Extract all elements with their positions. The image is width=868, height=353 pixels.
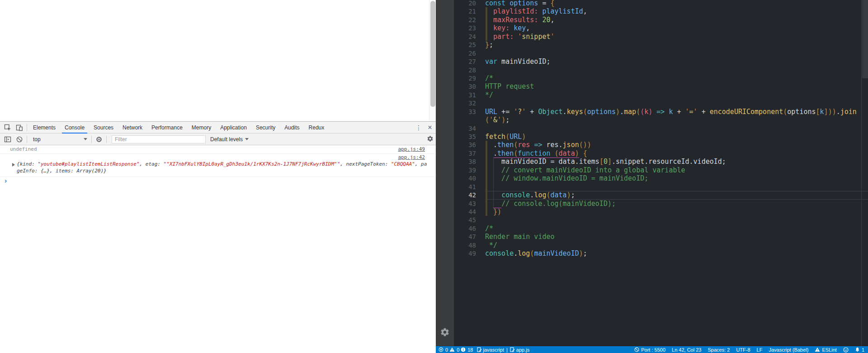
token: kind <box>20 161 32 167</box>
console-undefined-value: undefined <box>10 146 37 152</box>
line-number: 29 <box>454 74 476 82</box>
console-prompt[interactable]: › <box>0 177 436 186</box>
code-line-33: 33URL += '?' + Object.keys(options).map(… <box>454 108 868 116</box>
token: , <box>140 161 146 167</box>
code-line-44: 44 }) <box>454 208 868 216</box>
code-line-41: 41 <box>454 183 868 191</box>
line-number: 32 <box>454 99 476 107</box>
eslint-status[interactable]: ESLint <box>815 347 836 353</box>
tab-security[interactable]: Security <box>251 122 280 134</box>
token: encodeURIComponent <box>710 108 783 116</box>
token: "youtube#playlistItemListResponse" <box>38 161 139 167</box>
token: ( <box>555 149 559 158</box>
token: ) <box>522 133 526 141</box>
token: items <box>56 168 71 174</box>
object-preview-line1: {kind: "youtube#playlistItemListResponse… <box>17 161 425 167</box>
line-content: .then(function (data) { <box>485 149 868 157</box>
notifications-bell[interactable]: 1 <box>855 347 864 353</box>
token: ) <box>567 191 571 199</box>
token: ) <box>648 108 652 116</box>
token: : <box>32 161 38 167</box>
editor-scrollbar-thumb[interactable] <box>862 0 868 78</box>
context-selector[interactable]: top <box>30 136 90 143</box>
file-edit-icon <box>510 347 515 352</box>
token <box>493 200 501 208</box>
cursor-position[interactable]: Ln 42, Col 23 <box>672 347 701 353</box>
line-content: const options = { <box>485 0 868 7</box>
source-link[interactable]: app.js:42 <box>398 155 425 160</box>
problems-infos[interactable]: 18 <box>461 347 473 353</box>
token: URL <box>485 108 497 116</box>
line-content: HTTP request <box>485 82 868 91</box>
token: . <box>514 249 518 258</box>
console-settings-gear-icon[interactable] <box>427 135 434 143</box>
tab-performance[interactable]: Performance <box>147 122 187 134</box>
log-levels-dropdown[interactable]: Default levels <box>210 136 251 143</box>
line-content: /* <box>485 74 868 82</box>
console-sidebar-icon[interactable] <box>2 134 14 145</box>
token: { <box>551 0 555 7</box>
line-content: URL += '?' + Object.keys(options).map((k… <box>485 108 868 116</box>
encoding-setting[interactable]: UTF-8 <box>736 347 750 353</box>
token: ? <box>518 108 522 116</box>
token: Array(20) <box>76 168 104 174</box>
tab-redux[interactable]: Redux <box>304 122 329 134</box>
live-server-port[interactable]: Port : 5500 <box>634 347 665 353</box>
token: } <box>493 208 497 216</box>
tab-network[interactable]: Network <box>118 122 147 134</box>
token: then <box>497 141 514 149</box>
token: . <box>620 108 624 116</box>
screen: ElementsConsoleSourcesNetworkPerformance… <box>0 0 868 353</box>
source-link[interactable]: app.js:49 <box>398 145 425 153</box>
tab-elements[interactable]: Elements <box>28 122 60 134</box>
tab-console[interactable]: Console <box>60 122 89 134</box>
console-message-object[interactable]: app.js:42 {kind: "youtube#playlistItemLi… <box>0 154 436 177</box>
token: join <box>840 108 857 116</box>
token: , <box>583 7 587 15</box>
line-content: part: 'snippet' <box>485 33 868 41</box>
problems-warnings[interactable]: 0 <box>449 347 459 353</box>
devtools-menu-icon[interactable]: ⋮ <box>413 124 424 131</box>
token: + <box>673 108 685 116</box>
indentation-setting[interactable]: Spaces: 2 <box>708 347 730 353</box>
feedback-smiley[interactable] <box>843 347 849 353</box>
file-edit-icon <box>477 347 482 352</box>
console-filter-input[interactable] <box>112 135 206 143</box>
page-scrollbar-thumb[interactable] <box>430 1 435 107</box>
clear-console-icon[interactable] <box>14 134 25 145</box>
token: 20 <box>542 16 550 24</box>
token: : <box>157 161 163 167</box>
expand-triangle-icon[interactable] <box>12 163 15 167</box>
line-content: .then(res => res.json()) <box>485 141 868 149</box>
token: data <box>551 191 567 199</box>
status-bar: 0 0 18 <box>436 346 868 353</box>
language-mode[interactable]: Javascript (Babel) <box>769 347 808 353</box>
line-number: 34 <box>454 124 476 133</box>
problems-errors[interactable]: 0 <box>439 347 448 353</box>
inspect-element-icon[interactable] <box>2 122 14 134</box>
port-slash-icon <box>634 347 639 352</box>
token: ) <box>616 108 620 116</box>
token: then <box>497 149 514 158</box>
line-number: 35 <box>454 133 476 141</box>
live-expression-eye-icon[interactable] <box>93 134 105 145</box>
line-content: */ <box>485 241 868 249</box>
tab-memory[interactable]: Memory <box>187 122 216 134</box>
eol-setting[interactable]: LF <box>757 347 763 353</box>
editor-scrollbar[interactable] <box>861 0 868 346</box>
devtools-close-icon[interactable]: × <box>424 124 436 132</box>
manage-gear-icon[interactable] <box>440 327 450 339</box>
code-line-25: 25}; <box>454 41 868 49</box>
code-editor[interactable]: 20const options = {21 playlistId: playli… <box>454 0 868 346</box>
file-badge: app.js <box>516 347 529 353</box>
token: & <box>493 116 497 124</box>
token <box>514 33 518 41</box>
device-toolbar-icon[interactable] <box>14 122 25 134</box>
context-selector-label: top <box>30 136 81 143</box>
language-status[interactable]: javascript | app.js <box>477 347 530 353</box>
tab-audits[interactable]: Audits <box>280 122 304 134</box>
devtools-tabs: ElementsConsoleSourcesNetworkPerformance… <box>28 122 329 134</box>
page-scrollbar[interactable] <box>429 0 436 121</box>
tab-application[interactable]: Application <box>216 122 251 134</box>
tab-sources[interactable]: Sources <box>89 122 118 134</box>
